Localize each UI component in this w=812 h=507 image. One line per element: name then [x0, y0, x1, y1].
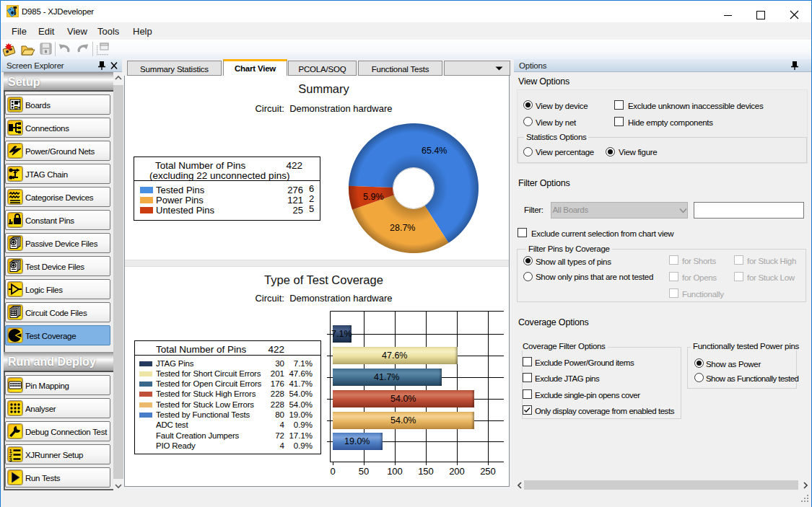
svg-text:3: 3 [9, 457, 12, 463]
